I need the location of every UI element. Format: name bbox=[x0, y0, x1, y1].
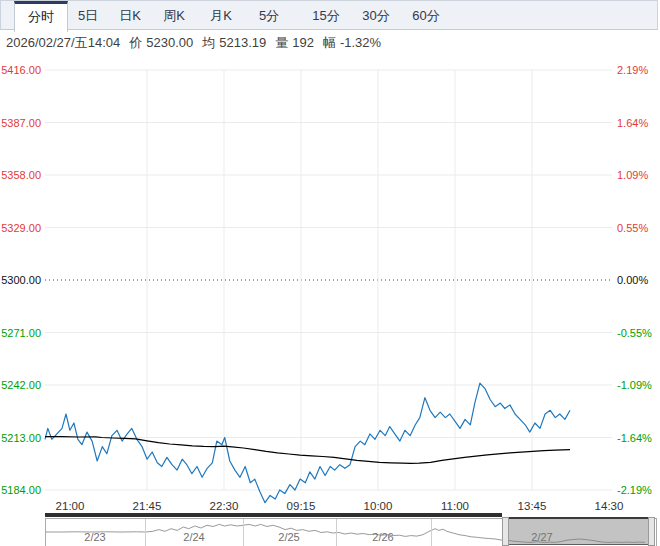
price-axis-label: 5358.00 bbox=[1, 169, 41, 182]
percent-axis-label: 2.19% bbox=[617, 64, 660, 77]
percent-axis-label: -0.55% bbox=[617, 327, 660, 340]
price-axis-label: 5242.00 bbox=[1, 379, 41, 392]
time-axis-label: 21:00 bbox=[47, 500, 93, 513]
date-navigator[interactable]: 2/232/242/252/262/27 bbox=[45, 518, 657, 546]
time-axis-label: 13:45 bbox=[509, 500, 555, 513]
price-axis-label: 5213.00 bbox=[1, 432, 41, 445]
loaded-range-bar bbox=[45, 513, 502, 517]
navigator-date-label[interactable]: 2/25 bbox=[259, 531, 319, 543]
time-axis-label: 21:45 bbox=[124, 500, 170, 513]
percent-axis-label: 1.64% bbox=[617, 117, 660, 130]
navigator-divider bbox=[243, 519, 244, 546]
price-chart bbox=[0, 0, 660, 513]
percent-axis-label: -2.19% bbox=[617, 484, 660, 497]
time-axis-label: 10:00 bbox=[355, 500, 401, 513]
navigator-date-label[interactable]: 2/26 bbox=[353, 531, 413, 543]
navigator-divider bbox=[431, 519, 432, 546]
percent-axis-label: 0.00% bbox=[617, 274, 660, 287]
price-axis-label: 5387.00 bbox=[1, 117, 41, 130]
time-axis-label: 09:15 bbox=[278, 500, 324, 513]
percent-axis-label: 1.09% bbox=[617, 169, 660, 182]
time-axis-label: 11:00 bbox=[432, 500, 478, 513]
navigator-left-handle[interactable] bbox=[502, 517, 509, 546]
navigator-date-label[interactable]: 2/23 bbox=[65, 531, 125, 543]
navigator-divider bbox=[336, 519, 337, 546]
time-axis-label: 22:30 bbox=[201, 500, 247, 513]
price-axis-label: 5300.00 bbox=[1, 274, 41, 287]
timeshare-chart-window: 分时5日日K周K月K5分15分30分60分 2026/02/27/五14:04价… bbox=[0, 0, 660, 546]
percent-axis-label: -1.64% bbox=[617, 432, 660, 445]
navigator-selection[interactable] bbox=[503, 517, 654, 545]
price-axis-label: 5329.00 bbox=[1, 222, 41, 235]
percent-axis-label: 0.55% bbox=[617, 222, 660, 235]
price-line bbox=[45, 383, 570, 503]
time-axis-label: 14:30 bbox=[586, 500, 632, 513]
navigator-date-label[interactable]: 2/24 bbox=[164, 531, 224, 543]
average-line bbox=[45, 437, 570, 464]
navigator-right-handle[interactable] bbox=[648, 517, 655, 546]
price-axis-label: 5271.00 bbox=[1, 327, 41, 340]
percent-axis-label: -1.09% bbox=[617, 379, 660, 392]
navigator-divider bbox=[145, 519, 146, 546]
price-axis-label: 5416.00 bbox=[1, 64, 41, 77]
price-axis-label: 5184.00 bbox=[1, 484, 41, 497]
